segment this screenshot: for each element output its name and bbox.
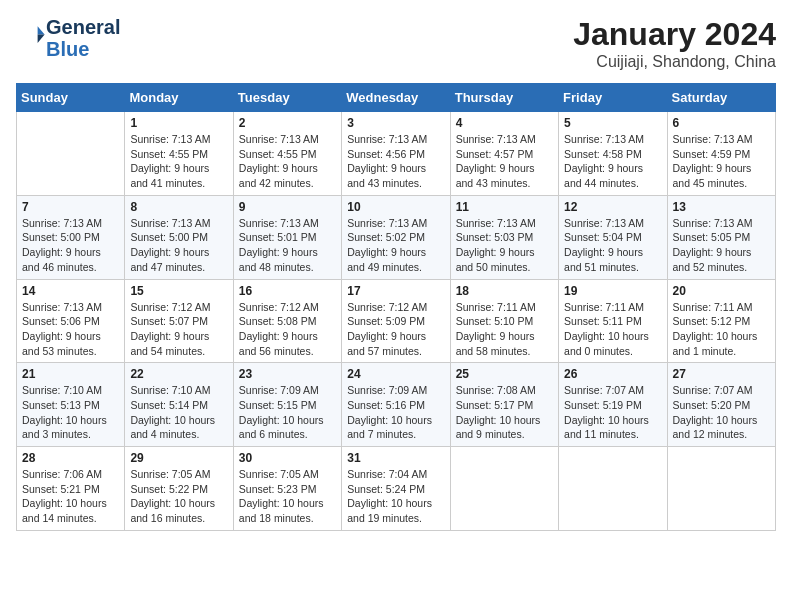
cell-info: Sunrise: 7:13 AMSunset: 5:00 PMDaylight:…	[130, 216, 227, 275]
calendar-cell: 29Sunrise: 7:05 AMSunset: 5:22 PMDayligh…	[125, 447, 233, 531]
day-number: 31	[347, 451, 444, 465]
cell-info: Sunrise: 7:08 AMSunset: 5:17 PMDaylight:…	[456, 383, 553, 442]
calendar-cell: 30Sunrise: 7:05 AMSunset: 5:23 PMDayligh…	[233, 447, 341, 531]
calendar-cell: 18Sunrise: 7:11 AMSunset: 5:10 PMDayligh…	[450, 279, 558, 363]
calendar-cell: 22Sunrise: 7:10 AMSunset: 5:14 PMDayligh…	[125, 363, 233, 447]
weekday-header: Thursday	[450, 84, 558, 112]
day-number: 2	[239, 116, 336, 130]
calendar-cell: 6Sunrise: 7:13 AMSunset: 4:59 PMDaylight…	[667, 112, 775, 196]
calendar-cell: 20Sunrise: 7:11 AMSunset: 5:12 PMDayligh…	[667, 279, 775, 363]
cell-info: Sunrise: 7:12 AMSunset: 5:09 PMDaylight:…	[347, 300, 444, 359]
calendar-cell: 27Sunrise: 7:07 AMSunset: 5:20 PMDayligh…	[667, 363, 775, 447]
day-number: 21	[22, 367, 119, 381]
cell-info: Sunrise: 7:09 AMSunset: 5:15 PMDaylight:…	[239, 383, 336, 442]
day-number: 4	[456, 116, 553, 130]
day-number: 18	[456, 284, 553, 298]
calendar-cell: 13Sunrise: 7:13 AMSunset: 5:05 PMDayligh…	[667, 195, 775, 279]
day-number: 26	[564, 367, 661, 381]
cell-info: Sunrise: 7:13 AMSunset: 5:05 PMDaylight:…	[673, 216, 770, 275]
day-number: 6	[673, 116, 770, 130]
calendar-cell: 4Sunrise: 7:13 AMSunset: 4:57 PMDaylight…	[450, 112, 558, 196]
day-number: 22	[130, 367, 227, 381]
cell-info: Sunrise: 7:05 AMSunset: 5:23 PMDaylight:…	[239, 467, 336, 526]
day-number: 11	[456, 200, 553, 214]
calendar-cell: 26Sunrise: 7:07 AMSunset: 5:19 PMDayligh…	[559, 363, 667, 447]
calendar-week-row: 7Sunrise: 7:13 AMSunset: 5:00 PMDaylight…	[17, 195, 776, 279]
calendar-cell: 16Sunrise: 7:12 AMSunset: 5:08 PMDayligh…	[233, 279, 341, 363]
cell-info: Sunrise: 7:06 AMSunset: 5:21 PMDaylight:…	[22, 467, 119, 526]
calendar-week-row: 14Sunrise: 7:13 AMSunset: 5:06 PMDayligh…	[17, 279, 776, 363]
calendar-cell: 3Sunrise: 7:13 AMSunset: 4:56 PMDaylight…	[342, 112, 450, 196]
calendar-cell: 10Sunrise: 7:13 AMSunset: 5:02 PMDayligh…	[342, 195, 450, 279]
calendar-week-row: 1Sunrise: 7:13 AMSunset: 4:55 PMDaylight…	[17, 112, 776, 196]
calendar-cell: 24Sunrise: 7:09 AMSunset: 5:16 PMDayligh…	[342, 363, 450, 447]
cell-info: Sunrise: 7:13 AMSunset: 5:06 PMDaylight:…	[22, 300, 119, 359]
day-number: 1	[130, 116, 227, 130]
day-number: 5	[564, 116, 661, 130]
cell-info: Sunrise: 7:13 AMSunset: 4:56 PMDaylight:…	[347, 132, 444, 191]
calendar-cell: 5Sunrise: 7:13 AMSunset: 4:58 PMDaylight…	[559, 112, 667, 196]
calendar-cell: 7Sunrise: 7:13 AMSunset: 5:00 PMDaylight…	[17, 195, 125, 279]
calendar-cell: 15Sunrise: 7:12 AMSunset: 5:07 PMDayligh…	[125, 279, 233, 363]
cell-info: Sunrise: 7:13 AMSunset: 5:02 PMDaylight:…	[347, 216, 444, 275]
weekday-header: Wednesday	[342, 84, 450, 112]
calendar-cell: 31Sunrise: 7:04 AMSunset: 5:24 PMDayligh…	[342, 447, 450, 531]
calendar-cell: 21Sunrise: 7:10 AMSunset: 5:13 PMDayligh…	[17, 363, 125, 447]
day-number: 17	[347, 284, 444, 298]
weekday-header: Sunday	[17, 84, 125, 112]
month-title: January 2024	[573, 16, 776, 53]
day-number: 10	[347, 200, 444, 214]
cell-info: Sunrise: 7:13 AMSunset: 5:00 PMDaylight:…	[22, 216, 119, 275]
day-number: 14	[22, 284, 119, 298]
day-number: 24	[347, 367, 444, 381]
cell-info: Sunrise: 7:13 AMSunset: 4:55 PMDaylight:…	[130, 132, 227, 191]
day-number: 15	[130, 284, 227, 298]
day-number: 27	[673, 367, 770, 381]
calendar-cell: 17Sunrise: 7:12 AMSunset: 5:09 PMDayligh…	[342, 279, 450, 363]
calendar-cell: 8Sunrise: 7:13 AMSunset: 5:00 PMDaylight…	[125, 195, 233, 279]
calendar-week-row: 21Sunrise: 7:10 AMSunset: 5:13 PMDayligh…	[17, 363, 776, 447]
cell-info: Sunrise: 7:13 AMSunset: 5:01 PMDaylight:…	[239, 216, 336, 275]
cell-info: Sunrise: 7:07 AMSunset: 5:19 PMDaylight:…	[564, 383, 661, 442]
cell-info: Sunrise: 7:13 AMSunset: 4:57 PMDaylight:…	[456, 132, 553, 191]
calendar-cell: 14Sunrise: 7:13 AMSunset: 5:06 PMDayligh…	[17, 279, 125, 363]
logo-general: General	[46, 16, 120, 38]
calendar-cell	[450, 447, 558, 531]
day-number: 3	[347, 116, 444, 130]
day-number: 8	[130, 200, 227, 214]
cell-info: Sunrise: 7:12 AMSunset: 5:08 PMDaylight:…	[239, 300, 336, 359]
title-block: January 2024 Cuijiaji, Shandong, China	[573, 16, 776, 71]
calendar-table: SundayMondayTuesdayWednesdayThursdayFrid…	[16, 83, 776, 531]
calendar-cell: 9Sunrise: 7:13 AMSunset: 5:01 PMDaylight…	[233, 195, 341, 279]
calendar-cell: 11Sunrise: 7:13 AMSunset: 5:03 PMDayligh…	[450, 195, 558, 279]
cell-info: Sunrise: 7:10 AMSunset: 5:13 PMDaylight:…	[22, 383, 119, 442]
cell-info: Sunrise: 7:11 AMSunset: 5:10 PMDaylight:…	[456, 300, 553, 359]
calendar-cell	[17, 112, 125, 196]
calendar-week-row: 28Sunrise: 7:06 AMSunset: 5:21 PMDayligh…	[17, 447, 776, 531]
weekday-header: Saturday	[667, 84, 775, 112]
weekday-header: Friday	[559, 84, 667, 112]
calendar-cell: 25Sunrise: 7:08 AMSunset: 5:17 PMDayligh…	[450, 363, 558, 447]
page-header: General Blue January 2024 Cuijiaji, Shan…	[16, 16, 776, 71]
logo: General Blue	[16, 16, 120, 60]
weekday-header-row: SundayMondayTuesdayWednesdayThursdayFrid…	[17, 84, 776, 112]
calendar-cell: 19Sunrise: 7:11 AMSunset: 5:11 PMDayligh…	[559, 279, 667, 363]
cell-info: Sunrise: 7:13 AMSunset: 4:59 PMDaylight:…	[673, 132, 770, 191]
svg-marker-0	[38, 26, 45, 34]
day-number: 30	[239, 451, 336, 465]
day-number: 23	[239, 367, 336, 381]
weekday-header: Monday	[125, 84, 233, 112]
day-number: 9	[239, 200, 336, 214]
cell-info: Sunrise: 7:13 AMSunset: 4:58 PMDaylight:…	[564, 132, 661, 191]
cell-info: Sunrise: 7:09 AMSunset: 5:16 PMDaylight:…	[347, 383, 444, 442]
cell-info: Sunrise: 7:10 AMSunset: 5:14 PMDaylight:…	[130, 383, 227, 442]
day-number: 20	[673, 284, 770, 298]
cell-info: Sunrise: 7:13 AMSunset: 5:03 PMDaylight:…	[456, 216, 553, 275]
cell-info: Sunrise: 7:07 AMSunset: 5:20 PMDaylight:…	[673, 383, 770, 442]
location-text: Cuijiaji, Shandong, China	[573, 53, 776, 71]
day-number: 12	[564, 200, 661, 214]
cell-info: Sunrise: 7:05 AMSunset: 5:22 PMDaylight:…	[130, 467, 227, 526]
day-number: 16	[239, 284, 336, 298]
cell-info: Sunrise: 7:13 AMSunset: 5:04 PMDaylight:…	[564, 216, 661, 275]
weekday-header: Tuesday	[233, 84, 341, 112]
